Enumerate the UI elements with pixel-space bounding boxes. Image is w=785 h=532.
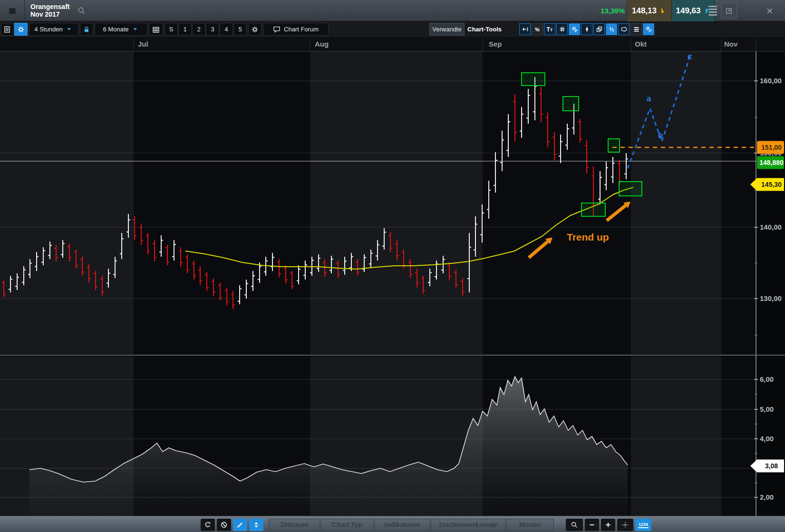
month-header (0, 37, 785, 51)
trend-up-label[interactable]: Trend up (567, 232, 609, 242)
gear-icon (17, 26, 25, 33)
scale-mode-button[interactable] (249, 519, 263, 531)
zeitraum-button[interactable]: Zeitraum (269, 519, 320, 531)
price-chart[interactable]: JulAugSepOktNovabcTrend up160,00150,0014… (0, 37, 785, 516)
zoom-in-button[interactable] (601, 519, 615, 531)
lines-button[interactable] (630, 23, 642, 35)
month-label: Nov (724, 40, 738, 48)
candle-type-button[interactable] (581, 23, 592, 35)
annotation-box[interactable] (608, 139, 620, 152)
polygon-icon (620, 26, 628, 33)
gear-icon (251, 26, 259, 33)
plus-icon (604, 521, 612, 529)
lock-icon (83, 26, 90, 33)
chart-settings-button[interactable] (14, 23, 28, 36)
wave-label[interactable]: b (658, 131, 663, 140)
change-percent: 13,39% (590, 0, 625, 21)
candlestick-icon (583, 26, 591, 33)
speed-button-3[interactable]: 3 (206, 23, 219, 36)
wave-label[interactable]: a (647, 94, 651, 103)
chart-forum-button[interactable]: Chart Forum (263, 23, 329, 36)
detach-window-button[interactable] (721, 3, 737, 19)
axis-label: 5,00 (760, 405, 774, 413)
news-list-button[interactable] (1, 23, 13, 36)
numbers-icon: 1234 (638, 522, 649, 528)
gear-pencil-icon (645, 26, 652, 33)
percent-scale-button[interactable]: % (532, 23, 543, 35)
hamburger-icon (9, 7, 16, 15)
indikatoren-button[interactable]: Indikatoren (374, 519, 430, 531)
layout-button[interactable] (593, 23, 605, 35)
menu-button[interactable] (0, 0, 25, 21)
month-label: Jul (138, 40, 148, 48)
calendar-icon (152, 26, 160, 33)
ohlc-type-button[interactable] (606, 23, 617, 35)
speed-button-2[interactable]: 2 (192, 23, 205, 36)
chart-typ-button[interactable]: Chart Typ (320, 519, 374, 531)
chart-toolbar: 4 Stunden 6 Monate S 1 2 3 4 5 Chart For… (0, 21, 785, 37)
maximize-icon (725, 7, 733, 15)
instrument-name: Orangensaft (30, 3, 69, 10)
buy-price: 149,63 (676, 6, 701, 16)
muster-button[interactable]: Muster (506, 519, 554, 531)
title-bar: OrangensaftNov 2017 13,39% 148,13 149,63 (0, 0, 785, 21)
price-badge-value: 145,30 (761, 181, 782, 188)
related-button[interactable]: Verwandte (429, 23, 465, 36)
depth-ladder-icon (708, 3, 717, 18)
instrument-expiry: Nov 2017 (30, 10, 59, 18)
text-tool-button[interactable]: TT (544, 23, 555, 35)
speed-button-4[interactable]: 4 (220, 23, 233, 36)
bottom-toolbar: Zeitraum Chart Typ Indikatoren Zeichenwe… (0, 516, 785, 532)
zoom-out-button[interactable] (585, 519, 599, 531)
speed-button-s[interactable]: S (165, 23, 178, 36)
wave-label[interactable]: c (688, 52, 692, 61)
chart-tools-label: Chart-Tools (467, 21, 502, 37)
chevron-down-icon (66, 26, 73, 33)
axis-label: 4,00 (760, 435, 774, 443)
settings-button[interactable] (248, 23, 262, 36)
month-band (721, 51, 756, 354)
up-down-arrows-icon (252, 521, 260, 529)
grid-button[interactable] (556, 23, 568, 35)
annotation-box[interactable] (563, 97, 579, 111)
grid-pencil-icon (571, 26, 578, 33)
annotation-box[interactable] (581, 203, 605, 216)
lock-interval-button[interactable] (80, 23, 93, 36)
crosshair-button[interactable] (617, 519, 633, 531)
speed-button-5[interactable]: 5 (233, 23, 247, 36)
indicator-edit-button[interactable] (643, 23, 654, 35)
annotation-box[interactable] (619, 182, 642, 196)
magnifier-icon (571, 521, 578, 529)
prohibit-icon (220, 521, 228, 529)
price-down-arrow-icon (659, 7, 667, 15)
crosshair-icon (621, 521, 629, 529)
close-button[interactable] (762, 3, 778, 19)
reset-chart-button[interactable] (201, 519, 215, 531)
disable-drawing-button[interactable] (217, 519, 231, 531)
zeichenwerkzeuge-button[interactable]: Zeichenwerkzeuge (431, 519, 506, 531)
shape-tool-button[interactable] (618, 23, 630, 35)
grid-edit-button[interactable] (569, 23, 580, 35)
sell-price-button[interactable]: 148,13 (627, 0, 671, 21)
minus-icon (588, 521, 596, 529)
sell-price: 148,13 (632, 6, 657, 16)
month-label: Aug (315, 40, 329, 48)
price-badge-value: 148,880 (759, 159, 784, 166)
values-button[interactable]: 1234 (635, 519, 651, 531)
zoom-button[interactable] (566, 519, 583, 531)
trading-app-window: OrangensaftNov 2017 13,39% 148,13 149,63… (0, 0, 785, 532)
instrument-title: OrangensaftNov 2017 (30, 3, 69, 18)
draw-mode-button[interactable] (233, 519, 247, 531)
range-dropdown[interactable]: 6 Monate (95, 23, 147, 36)
speed-button-1[interactable]: 1 (178, 23, 192, 36)
month-band (721, 357, 756, 516)
grid-icon (559, 26, 566, 33)
annotation-box[interactable] (522, 73, 545, 86)
calendar-button[interactable] (149, 23, 163, 36)
month-label: Okt (635, 40, 647, 48)
month-band (0, 51, 134, 354)
interval-value: 4 Stunden (34, 26, 62, 33)
search-icon[interactable] (77, 6, 86, 15)
undo-button[interactable] (519, 23, 531, 35)
interval-dropdown[interactable]: 4 Stunden (29, 23, 78, 36)
